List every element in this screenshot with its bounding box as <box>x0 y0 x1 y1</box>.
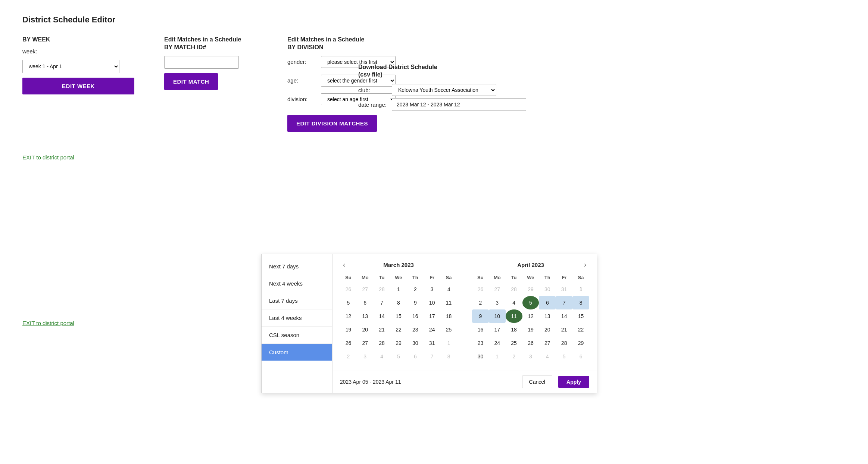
cal-cell[interactable]: 28 <box>506 283 522 296</box>
cal-cell[interactable]: 3 <box>424 283 440 296</box>
cal-cell[interactable]: 13 <box>539 309 556 323</box>
cal-cell[interactable]: 12 <box>340 309 357 323</box>
cal-cell[interactable]: 1 <box>390 283 407 296</box>
cal-cell[interactable]: 8 <box>390 296 407 309</box>
cal-cell[interactable]: 25 <box>506 336 522 350</box>
cal-cell[interactable]: 4 <box>374 350 390 363</box>
cal-cell[interactable]: 4 <box>506 296 522 309</box>
preset-next7days[interactable]: Next 7 days <box>262 258 332 275</box>
cal-cell[interactable]: 19 <box>340 323 357 336</box>
cal-cell[interactable]: 21 <box>556 323 572 336</box>
apply-button[interactable]: Apply <box>558 376 589 388</box>
cal-cell[interactable]: 1 <box>489 350 506 363</box>
cal-cell[interactable]: 14 <box>556 309 572 323</box>
cal-cell[interactable]: 9 <box>407 296 424 309</box>
cal-cell[interactable]: 20 <box>357 323 374 336</box>
match-id-input[interactable] <box>164 56 239 69</box>
cal-cell[interactable]: 7 <box>556 296 572 309</box>
cal-cell[interactable]: 7 <box>424 350 440 363</box>
cal-cell[interactable]: 26 <box>340 283 357 296</box>
preset-custom[interactable]: Custom <box>262 344 332 361</box>
cal-cell[interactable]: 12 <box>522 309 539 323</box>
cal-cell[interactable]: 10 <box>424 296 440 309</box>
edit-week-button[interactable]: EDIT WEEK <box>22 78 134 94</box>
cal-cell[interactable]: 23 <box>472 336 489 350</box>
preset-csl-season[interactable]: CSL season <box>262 327 332 344</box>
cal-cell[interactable]: 1 <box>440 336 457 350</box>
club-select[interactable]: Kelowna Youth Soccer Association <box>392 84 496 96</box>
cal-cell[interactable]: 16 <box>472 323 489 336</box>
cal-cell[interactable]: 24 <box>424 323 440 336</box>
cal-cell[interactable]: 6 <box>357 296 374 309</box>
edit-division-matches-button[interactable]: EDIT DIVISION MATCHES <box>287 115 377 132</box>
cal-cell[interactable]: 3 <box>522 350 539 363</box>
cal-cell[interactable]: 13 <box>357 309 374 323</box>
cal-cell[interactable]: 27 <box>357 336 374 350</box>
cal-cell[interactable]: 1 <box>572 283 589 296</box>
cal-cell[interactable]: 21 <box>374 323 390 336</box>
preset-last4weeks[interactable]: Last 4 weeks <box>262 309 332 327</box>
cal-cell[interactable]: 8 <box>440 350 457 363</box>
cal-cell[interactable]: 18 <box>506 323 522 336</box>
cal-cell[interactable]: 28 <box>374 336 390 350</box>
cal-cell[interactable]: 2 <box>407 283 424 296</box>
cal-cell[interactable]: 5 <box>556 350 572 363</box>
date-range-input[interactable] <box>392 98 526 111</box>
cal-cell[interactable]: 15 <box>572 309 589 323</box>
cal-cell[interactable]: 28 <box>374 283 390 296</box>
cal-cell[interactable]: 14 <box>374 309 390 323</box>
cal-cell[interactable]: 22 <box>390 323 407 336</box>
cal-cell[interactable]: 30 <box>539 283 556 296</box>
cal-cell[interactable]: 19 <box>522 323 539 336</box>
cal-cell[interactable]: 29 <box>522 283 539 296</box>
cal-cell[interactable]: 28 <box>556 336 572 350</box>
cal-cell[interactable]: 20 <box>539 323 556 336</box>
cal-cell[interactable]: 6 <box>407 350 424 363</box>
cal-cell[interactable]: 30 <box>407 336 424 350</box>
cal-cell[interactable]: 7 <box>374 296 390 309</box>
april-11-cell[interactable]: 11 <box>506 309 522 323</box>
cal-cell[interactable]: 31 <box>556 283 572 296</box>
cal-cell[interactable]: 27 <box>489 283 506 296</box>
cal-cell[interactable]: 31 <box>424 336 440 350</box>
cancel-button[interactable]: Cancel <box>522 376 553 388</box>
week-select[interactable]: week 1 - Apr 1 week 2 - Apr 8 week 3 - A… <box>22 60 119 73</box>
cal-cell[interactable]: 9 <box>472 309 489 323</box>
cal-cell[interactable]: 11 <box>440 296 457 309</box>
cal-cell[interactable]: 6 <box>572 350 589 363</box>
cal-cell[interactable]: 29 <box>572 336 589 350</box>
next-month-button[interactable]: › <box>581 260 589 270</box>
cal-cell[interactable]: 30 <box>472 350 489 363</box>
cal-cell[interactable]: 29 <box>390 336 407 350</box>
cal-cell[interactable]: 5 <box>390 350 407 363</box>
cal-cell[interactable]: 18 <box>440 309 457 323</box>
cal-cell[interactable]: 3 <box>357 350 374 363</box>
exit-link-bottom[interactable]: EXIT to district portal <box>22 320 74 326</box>
exit-link-top[interactable]: EXIT to district portal <box>22 154 74 161</box>
preset-last7days[interactable]: Last 7 days <box>262 292 332 309</box>
cal-cell[interactable]: 2 <box>506 350 522 363</box>
cal-cell[interactable]: 22 <box>572 323 589 336</box>
cal-cell[interactable]: 6 <box>539 296 556 309</box>
cal-cell[interactable]: 25 <box>440 323 457 336</box>
prev-month-button[interactable]: ‹ <box>340 260 348 270</box>
cal-cell[interactable]: 23 <box>407 323 424 336</box>
cal-cell[interactable]: 8 <box>572 296 589 309</box>
cal-cell[interactable]: 17 <box>489 323 506 336</box>
cal-cell[interactable]: 27 <box>357 283 374 296</box>
cal-cell[interactable]: 3 <box>489 296 506 309</box>
cal-cell[interactable]: 15 <box>390 309 407 323</box>
cal-cell[interactable]: 5 <box>340 296 357 309</box>
cal-cell[interactable]: 16 <box>407 309 424 323</box>
cal-cell[interactable]: 26 <box>340 336 357 350</box>
cal-cell[interactable]: 17 <box>424 309 440 323</box>
cal-cell[interactable]: 4 <box>440 283 457 296</box>
preset-next4weeks[interactable]: Next 4 weeks <box>262 275 332 292</box>
cal-cell[interactable]: 2 <box>340 350 357 363</box>
april-5-cell[interactable]: 5 <box>522 296 539 309</box>
cal-cell[interactable]: 27 <box>539 336 556 350</box>
cal-cell[interactable]: 24 <box>489 336 506 350</box>
cal-cell[interactable]: 2 <box>472 296 489 309</box>
cal-cell[interactable]: 26 <box>522 336 539 350</box>
cal-cell[interactable]: 26 <box>472 283 489 296</box>
